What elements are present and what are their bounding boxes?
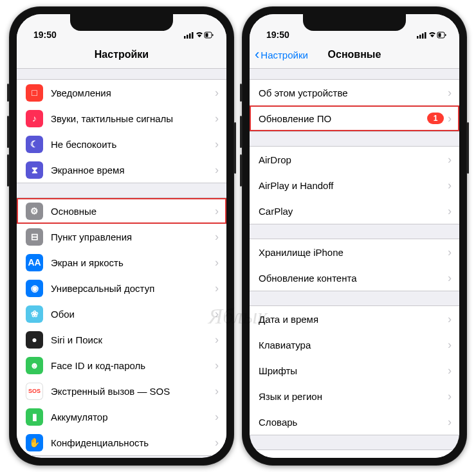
svg-rect-7 <box>417 36 419 39</box>
chevron-right-icon: › <box>448 313 459 326</box>
back-button[interactable]: ‹ Настройки <box>255 48 308 62</box>
svg-rect-8 <box>419 35 421 39</box>
row-accessibility[interactable]: ◉Универсальный доступ› <box>17 275 226 301</box>
row-label: Словарь <box>259 417 448 428</box>
row-display[interactable]: AAЭкран и яркость› <box>17 250 226 275</box>
row-screentime[interactable]: ⧗Экранное время› <box>17 157 226 183</box>
row-datetime[interactable]: Дата и время› <box>250 305 459 332</box>
dnd-icon: ☾ <box>26 136 43 153</box>
row-sounds[interactable]: ♪Звуки, тактильные сигналы› <box>17 105 226 131</box>
faceid-icon: ☻ <box>26 357 43 374</box>
chevron-right-icon: › <box>448 204 459 218</box>
row-label: Шрифты <box>259 365 448 376</box>
chevron-right-icon: › <box>215 86 226 100</box>
badge: 1 <box>427 113 444 124</box>
row-storage[interactable]: Хранилище iPhone› <box>250 239 459 265</box>
row-label: Основные <box>51 206 215 217</box>
row-swupdate[interactable]: Обновление ПО1› <box>250 105 459 132</box>
row-label: Универсальный доступ <box>51 283 215 294</box>
settings-content[interactable]: □Уведомления›♪Звуки, тактильные сигналы›… <box>17 69 226 458</box>
screentime-icon: ⧗ <box>26 161 43 179</box>
chevron-right-icon: › <box>448 338 459 352</box>
row-label: Клавиатура <box>259 340 448 350</box>
navbar: ‹ Настройки Основные <box>250 41 459 69</box>
row-lang[interactable]: Язык и регион› <box>250 383 459 409</box>
row-controlcenter[interactable]: ⊟Пункт управления› <box>17 224 226 250</box>
row-fonts[interactable]: Шрифты› <box>250 358 459 383</box>
chevron-left-icon: ‹ <box>255 48 259 62</box>
row-siri[interactable]: ●Siri и Поиск› <box>17 327 226 352</box>
svg-rect-6 <box>212 34 214 36</box>
phone-right: 19:50 ‹ Настройки Основные Об этом устро… <box>242 6 467 466</box>
screen-right: 19:50 ‹ Настройки Основные Об этом устро… <box>250 14 459 458</box>
row-dnd[interactable]: ☾Не беспокоить› <box>17 131 226 157</box>
row-faceid[interactable]: ☻Face ID и код-пароль› <box>17 352 226 378</box>
row-label: Siri и Поиск <box>51 334 215 345</box>
sounds-icon: ♪ <box>26 110 43 127</box>
chevron-right-icon: › <box>448 390 459 403</box>
chevron-right-icon: › <box>448 246 459 259</box>
row-bgrefresh[interactable]: Обновление контента› <box>250 265 459 291</box>
settings-group: Хранилище iPhone›Обновление контента› <box>250 239 459 291</box>
back-label: Настройки <box>261 50 308 60</box>
row-label: Язык и регион <box>259 391 448 402</box>
chevron-right-icon: › <box>448 179 459 192</box>
chevron-right-icon: › <box>215 282 226 295</box>
row-vpn[interactable]: VPNНе подключено› <box>250 449 459 458</box>
battery-icon: ▮ <box>26 408 43 426</box>
row-privacy[interactable]: ✋Конфиденциальность› <box>17 430 226 456</box>
row-label: Экстренный вызов — SOS <box>51 386 215 397</box>
chevron-right-icon: › <box>448 86 459 100</box>
row-label: CarPlay <box>259 206 448 217</box>
row-label: Не беспокоить <box>51 139 215 150</box>
page-title: Основные <box>328 49 381 60</box>
row-airplay[interactable]: AirPlay и Handoff› <box>250 172 459 198</box>
chevron-right-icon: › <box>448 112 459 125</box>
chevron-right-icon: › <box>448 415 459 429</box>
svg-rect-13 <box>445 34 446 36</box>
row-label: Обновление контента <box>259 273 448 284</box>
chevron-right-icon: › <box>215 256 226 269</box>
sos-icon: SOS <box>26 383 43 400</box>
status-indicators <box>184 30 214 40</box>
chevron-right-icon: › <box>448 364 459 377</box>
row-dictionary[interactable]: Словарь› <box>250 409 459 435</box>
row-general[interactable]: ⚙Основные› <box>17 197 226 224</box>
general-content[interactable]: Об этом устройстве›Обновление ПО1›AirDro… <box>250 69 459 458</box>
chevron-right-icon: › <box>215 230 226 244</box>
chevron-right-icon: › <box>215 204 226 218</box>
row-keyboard[interactable]: Клавиатура› <box>250 332 459 358</box>
chevron-right-icon: › <box>215 333 226 347</box>
notch <box>70 14 173 31</box>
settings-group: AirDrop›AirPlay и Handoff›CarPlay› <box>250 146 459 224</box>
row-battery[interactable]: ▮Аккумулятор› <box>17 404 226 430</box>
row-sos[interactable]: SOSЭкстренный вызов — SOS› <box>17 378 226 404</box>
row-label: Face ID и код-пароль <box>51 360 215 371</box>
navbar: Настройки <box>17 41 226 69</box>
row-wallpaper[interactable]: ❀Обои› <box>17 301 226 327</box>
svg-rect-2 <box>189 33 191 39</box>
svg-rect-10 <box>425 32 426 39</box>
row-label: Уведомления <box>51 87 215 98</box>
wallpaper-icon: ❀ <box>26 305 43 323</box>
siri-icon: ● <box>26 331 43 349</box>
row-label: Аккумулятор <box>51 412 215 422</box>
chevron-right-icon: › <box>215 163 226 177</box>
accessibility-icon: ◉ <box>26 280 43 297</box>
chevron-right-icon: › <box>448 153 459 167</box>
settings-group: VPNНе подключено›ПрофильiOS 13 & iPadOS … <box>250 449 459 458</box>
general-icon: ⚙ <box>26 203 43 220</box>
chevron-right-icon: › <box>215 359 226 372</box>
status-time: 19:50 <box>266 30 289 40</box>
row-about[interactable]: Об этом устройстве› <box>250 79 459 105</box>
svg-rect-5 <box>206 33 208 37</box>
row-label: Звуки, тактильные сигналы <box>51 113 215 124</box>
row-airdrop[interactable]: AirDrop› <box>250 146 459 172</box>
status-indicators <box>417 30 446 40</box>
row-label: Об этом устройстве <box>259 87 448 98</box>
display-icon: AA <box>26 254 43 271</box>
row-carplay[interactable]: CarPlay› <box>250 198 459 224</box>
chevron-right-icon: › <box>215 138 226 151</box>
row-notifications[interactable]: □Уведомления› <box>17 79 226 105</box>
settings-group: Дата и время›Клавиатура›Шрифты›Язык и ре… <box>250 305 459 435</box>
